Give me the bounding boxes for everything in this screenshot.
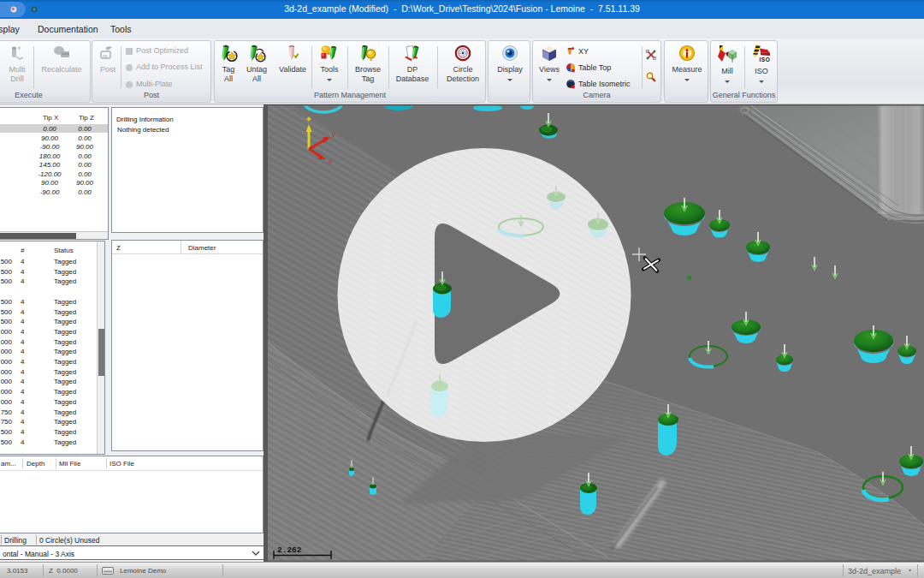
- svg-text:nc: nc: [103, 53, 108, 58]
- svg-text:2.262: 2.262: [277, 545, 302, 555]
- svg-text:ISO: ISO: [760, 57, 771, 63]
